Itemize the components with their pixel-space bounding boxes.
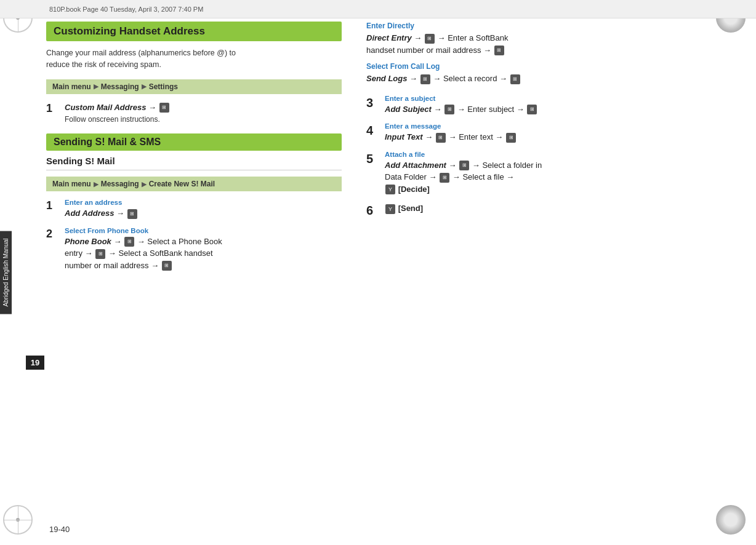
step5-content: Attach a file Add Attachment → ⊞ → Selec…	[385, 151, 738, 196]
step5-icon1: ⊞	[459, 161, 469, 170]
step4-number: 4	[366, 122, 380, 138]
send-logs-arrow1: →	[409, 74, 420, 83]
step3-icon1: ⊞	[444, 105, 454, 114]
step6: 6 Y [Send]	[366, 202, 738, 218]
step1-instruction: Custom Mail Address → ⊞	[65, 101, 342, 114]
corner-decoration-bl	[3, 505, 40, 542]
add-subject-italic: Add Subject	[385, 105, 432, 114]
side-tab-label: Abridged English Manual	[2, 238, 9, 306]
menu2-messaging: Messaging	[101, 180, 139, 188]
section1-menu-path: Main menu ▶ Messaging ▶ Settings	[46, 79, 342, 94]
section2-menu-path: Main menu ▶ Messaging ▶ Create New S! Ma…	[46, 177, 342, 191]
s2-step2-label: Select From Phone Book	[65, 227, 342, 234]
step5-arrow2: →	[472, 161, 483, 170]
step3-arrow1: →	[433, 105, 444, 114]
menu-main: Main menu	[52, 82, 91, 91]
step4-label: Enter a message	[385, 122, 738, 130]
s2-step1-number: 1	[46, 199, 60, 213]
step3-instruction: Add Subject → ⊞ → Enter subject → ⊞	[385, 103, 738, 116]
s2-step2-icon3: ⊞	[162, 261, 172, 271]
section1-header: Customizing Handset Address	[46, 22, 342, 41]
s2-step2-content: Select From Phone Book Phone Book → ⊞ → …	[65, 227, 342, 272]
section2-step1: 1 Enter an address Add Address → ⊞	[46, 199, 342, 220]
step5-arrow1: →	[449, 161, 459, 170]
menu2-create: Create New S! Mail	[149, 180, 215, 188]
step5-instruction: Add Attachment → ⊞ → Select a folder in …	[385, 159, 738, 196]
step4-icon2: ⊞	[506, 133, 516, 143]
direct-entry-icon1: ⊞	[425, 34, 435, 44]
enter-directly-section: Enter Directly Direct Entry → ⊞ → Enter …	[366, 22, 738, 56]
menu-settings: Settings	[149, 82, 178, 91]
section2-step2: 2 Select From Phone Book Phone Book → ⊞ …	[46, 227, 342, 272]
step1-sub: Follow onscreen instructions.	[65, 115, 342, 124]
divider	[46, 170, 342, 170]
step5-number: 5	[366, 151, 380, 167]
header-bar: 810P.book Page 40 Tuesday, April 3, 2007…	[0, 0, 756, 18]
s2-step2-arrow3: →	[108, 249, 119, 258]
direct-entry-arrow1: →	[414, 33, 424, 42]
s2-step2-icon2: ⊞	[95, 249, 105, 259]
section2-header: Sending S! Mail & SMS	[46, 133, 342, 151]
step1-icon: ⊞	[159, 103, 169, 113]
step1-italic: Custom Mail Address	[65, 103, 146, 112]
call-log-section: Select From Call Log Send Logs → ⊞ → Sel…	[366, 62, 738, 85]
header-text: 810P.book Page 40 Tuesday, April 3, 2007…	[49, 6, 203, 13]
step3: 3 Enter a subject Add Subject → ⊞ → Ente…	[366, 95, 738, 116]
step5-arrow3: →	[452, 172, 463, 181]
section2-subtitle: Sending S! Mail	[46, 156, 342, 166]
menu2-main: Main menu	[52, 180, 91, 188]
right-column: Enter Directly Direct Entry → ⊞ → Enter …	[366, 22, 738, 520]
side-tab: Abridged English Manual	[0, 231, 12, 314]
s2-step2-number: 2	[46, 227, 60, 241]
s2-step1-label: Enter an address	[65, 199, 342, 206]
step3-label: Enter a subject	[385, 95, 738, 102]
step3-content: Enter a subject Add Subject → ⊞ → Enter …	[385, 95, 738, 116]
step4-arrow2: →	[449, 132, 459, 141]
s2-step2-instruction: Phone Book → ⊞ → Select a Phone Book ent…	[65, 236, 342, 272]
page-badge: 19	[26, 356, 44, 370]
arrow-icon-1: ▶	[94, 82, 99, 90]
direct-entry-italic: Direct Entry	[366, 33, 412, 42]
send-logs-arrow2: →	[433, 74, 443, 83]
step4: 4 Enter a message Input Text → ⊞ → Enter…	[366, 122, 738, 143]
step6-instruction: Y [Send]	[385, 202, 738, 215]
footer-page-number: 19-40	[49, 525, 70, 534]
step5-bracket: [Decide]	[398, 185, 430, 194]
s2-step1-icon: ⊞	[127, 209, 137, 219]
s2-step1-arrow: →	[116, 209, 127, 218]
left-column: Customizing Handset Address Change your …	[46, 22, 342, 520]
arrow2-icon-1: ▶	[94, 180, 99, 188]
main-content: Customizing Handset Address Change your …	[46, 22, 738, 520]
send-logs-italic: Send Logs	[366, 74, 407, 83]
step1-arrow: →	[148, 103, 159, 112]
step4-arrow1: →	[425, 132, 435, 141]
enter-directly-instruction: Direct Entry → ⊞ → Enter a SoftBank hand…	[366, 32, 738, 56]
step1-number: 1	[46, 101, 60, 116]
s2-step1-content: Enter an address Add Address → ⊞	[65, 199, 342, 220]
call-log-instruction: Send Logs → ⊞ → Select a record → ⊞	[366, 73, 738, 85]
step5-icon2: ⊞	[440, 173, 449, 183]
call-log-label: Select From Call Log	[366, 62, 738, 71]
step1-content: Custom Mail Address → ⊞ Follow onscreen …	[65, 101, 342, 124]
arrow2-icon-2: ▶	[142, 180, 147, 188]
add-attachment-italic: Add Attachment	[385, 161, 446, 170]
step6-number: 6	[366, 202, 380, 218]
step3-arrow2: →	[457, 105, 468, 114]
section1-intro: Change your mail address (alphanumerics …	[46, 47, 342, 71]
s2-step2-arrow2: →	[137, 237, 148, 246]
direct-entry-icon2: ⊞	[494, 46, 504, 55]
direct-entry-arrow2: →	[438, 33, 448, 42]
step4-instruction: Input Text → ⊞ → Enter text → ⊞	[385, 131, 738, 143]
step4-content: Enter a message Input Text → ⊞ → Enter t…	[385, 122, 738, 143]
s2-step1-italic: Add Address	[65, 209, 114, 218]
step6-content: Y [Send]	[385, 202, 738, 215]
step5-label: Attach a file	[385, 151, 738, 158]
s2-step2-icon1: ⊞	[124, 237, 134, 247]
menu-messaging: Messaging	[101, 82, 139, 91]
section1-step1: 1 Custom Mail Address → ⊞ Follow onscree…	[46, 101, 342, 124]
send-logs-icon2: ⊞	[510, 74, 520, 84]
enter-directly-label: Enter Directly	[366, 22, 738, 30]
input-text-italic: Input Text	[385, 132, 423, 141]
s2-step2-arrow1: →	[113, 237, 124, 246]
s2-step2-italic: Phone Book	[65, 237, 111, 246]
